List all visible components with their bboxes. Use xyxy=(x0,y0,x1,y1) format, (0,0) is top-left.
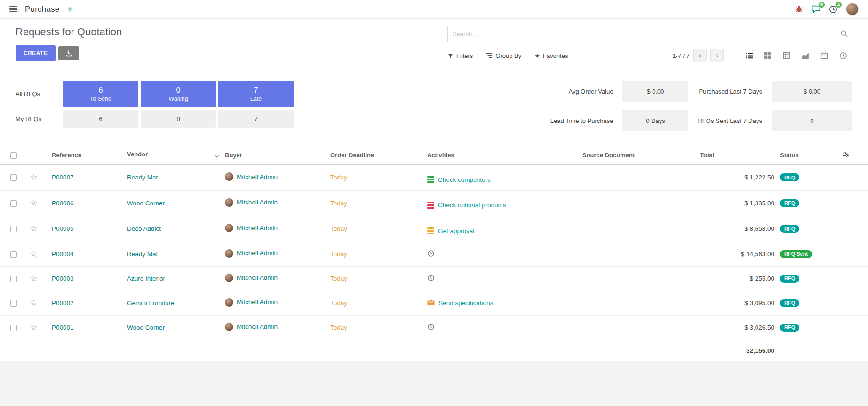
favorite-star-icon[interactable]: ☆ xyxy=(30,323,37,332)
activity-view-icon[interactable] xyxy=(834,49,852,63)
row-checkbox[interactable] xyxy=(10,276,17,282)
search-icon[interactable] xyxy=(840,30,848,40)
my-late[interactable]: 7 xyxy=(218,110,294,128)
buyer-link[interactable]: Mitchell Admin xyxy=(237,299,278,306)
list-view-icon[interactable] xyxy=(740,49,758,63)
buyer-link[interactable]: Mitchell Admin xyxy=(237,199,278,206)
kanban-view-icon[interactable] xyxy=(758,49,777,63)
kpi-late[interactable]: 7 Late xyxy=(218,81,294,107)
reference-link[interactable]: P00006 xyxy=(52,200,74,207)
select-all-checkbox[interactable] xyxy=(10,152,17,159)
table-row[interactable]: ☆ P00007 Ready Mat Mitchell Admin Today … xyxy=(0,165,868,191)
row-checkbox[interactable] xyxy=(10,200,17,207)
header-order-deadline[interactable]: Order Deadline xyxy=(327,146,424,165)
reference-link[interactable]: P00005 xyxy=(52,225,74,232)
buyer-link[interactable]: Mitchell Admin xyxy=(237,225,278,232)
apps-menu-icon[interactable] xyxy=(8,4,19,14)
activity-link[interactable]: Check optional products xyxy=(438,202,506,209)
filters-button[interactable]: Filters xyxy=(447,52,473,59)
pager-next-button[interactable]: › xyxy=(710,49,724,62)
favorite-star-icon[interactable]: ☆ xyxy=(30,299,37,308)
vendor-link[interactable]: Deco Addict xyxy=(127,225,161,232)
vendor-link[interactable]: Azure Interior xyxy=(127,275,165,282)
my-waiting[interactable]: 0 xyxy=(141,110,216,128)
create-button[interactable]: CREATE xyxy=(16,45,56,61)
vendor-link[interactable]: Wood Corner xyxy=(127,324,165,331)
favorite-star-icon[interactable]: ☆ xyxy=(30,173,37,182)
activity-list-icon[interactable] xyxy=(427,227,434,234)
pivot-view-icon[interactable] xyxy=(777,49,796,63)
envelope-icon[interactable] xyxy=(427,299,435,307)
schedule-activity-clock-icon[interactable] xyxy=(427,274,435,282)
page-title: Requests for Quotation xyxy=(16,26,122,38)
total-amount: $ 14,563.00 xyxy=(741,251,774,258)
graph-view-icon[interactable] xyxy=(796,49,815,63)
table-row[interactable]: ☆ P00001 Wood Corner Mitchell Admin Toda… xyxy=(0,315,868,340)
header-vendor[interactable]: Vendor xyxy=(124,146,222,165)
row-checkbox[interactable] xyxy=(10,300,17,307)
pager-previous-button[interactable]: ‹ xyxy=(693,49,707,62)
activity-link[interactable]: Get approval xyxy=(438,227,474,235)
schedule-activity-clock-icon[interactable] xyxy=(427,250,435,257)
plus-icon[interactable]: + xyxy=(67,5,72,14)
order-deadline: Today xyxy=(330,275,347,282)
table-row[interactable]: ☆ P00003 Azure Interior Mitchell Admin T… xyxy=(0,266,868,291)
header-reference[interactable]: Reference xyxy=(49,146,124,165)
header-activities[interactable]: Activities xyxy=(424,146,580,165)
messages-icon[interactable]: 5 xyxy=(812,5,820,13)
table-row[interactable]: ☆ P00002 Gemini Furniture Mitchell Admin… xyxy=(0,291,868,315)
table-row[interactable]: ☆ P00004 Ready Mat Mitchell Admin Today … xyxy=(0,242,868,266)
vendor-link[interactable]: Gemini Furniture xyxy=(127,300,175,307)
export-button[interactable] xyxy=(58,46,79,60)
favorite-star-icon[interactable]: ☆ xyxy=(30,199,37,208)
row-checkbox[interactable] xyxy=(10,251,17,258)
reference-link[interactable]: P00004 xyxy=(52,251,74,258)
group-by-button[interactable]: Group By xyxy=(486,52,521,59)
my-to-send[interactable]: 6 xyxy=(63,110,138,128)
action-buttons: CREATE xyxy=(16,45,122,61)
activity-list-icon[interactable] xyxy=(427,176,434,183)
activities-clock-icon[interactable]: 4 xyxy=(829,5,837,14)
vendor-link[interactable]: Ready Mat xyxy=(127,174,158,181)
app-name[interactable]: Purchase xyxy=(25,5,59,14)
table-row[interactable]: ☆ P00005 Deco Addict Mitchell Admin Toda… xyxy=(0,216,868,242)
favorite-star-icon[interactable]: ☆ xyxy=(30,274,37,283)
source-document-cell xyxy=(580,291,697,315)
favorite-star-icon[interactable]: ☆ xyxy=(30,224,37,233)
row-checkbox[interactable] xyxy=(10,226,17,232)
header-source-document[interactable]: Source Document xyxy=(580,146,697,165)
vendor-link[interactable]: Wood Corner xyxy=(127,200,165,207)
favorites-button[interactable]: ★ Favorites xyxy=(534,52,568,59)
table-row[interactable]: ☆ P00006 Wood Corner Mitchell Admin Toda… xyxy=(0,190,868,216)
buyer-link[interactable]: Mitchell Admin xyxy=(237,274,278,281)
row-checkbox[interactable] xyxy=(10,325,17,331)
kpi-waiting[interactable]: 0 Waiting xyxy=(141,81,216,107)
activity-list-icon[interactable] xyxy=(427,202,434,209)
buyer-link[interactable]: Mitchell Admin xyxy=(237,250,278,257)
favorite-star-icon[interactable]: ☆ xyxy=(30,250,37,259)
activity-link[interactable]: Check competitors xyxy=(438,176,491,183)
header-total[interactable]: Total xyxy=(697,146,777,165)
activity-link[interactable]: Send specifications xyxy=(438,300,493,307)
reference-link[interactable]: P00007 xyxy=(52,174,74,181)
header-buyer[interactable]: Buyer xyxy=(222,146,327,165)
reference-link[interactable]: P00002 xyxy=(52,300,74,307)
header-optional-columns[interactable] xyxy=(839,146,868,165)
search-input[interactable] xyxy=(447,26,852,42)
rfq-kpi-matrix: All RFQs 6 To Send 0 Waiting 7 Late My R… xyxy=(16,81,294,128)
debug-bug-icon[interactable] xyxy=(795,5,803,13)
kpi-to-send[interactable]: 6 To Send xyxy=(63,81,138,107)
source-document-cell xyxy=(580,190,697,216)
header-status[interactable]: Status xyxy=(777,146,839,165)
buyer-link[interactable]: Mitchell Admin xyxy=(237,173,278,180)
row-checkbox[interactable] xyxy=(10,174,17,181)
reference-link[interactable]: P00003 xyxy=(52,275,74,282)
status-badge: RFQ xyxy=(780,299,799,307)
buyer-link[interactable]: Mitchell Admin xyxy=(237,323,278,330)
calendar-view-icon[interactable] xyxy=(815,49,834,63)
rfqs-sent-last-7-days: 0 xyxy=(772,110,852,131)
vendor-link[interactable]: Ready Mat xyxy=(127,251,158,258)
user-avatar[interactable] xyxy=(846,3,859,16)
reference-link[interactable]: P00001 xyxy=(52,324,74,331)
schedule-activity-clock-icon[interactable] xyxy=(427,323,435,331)
